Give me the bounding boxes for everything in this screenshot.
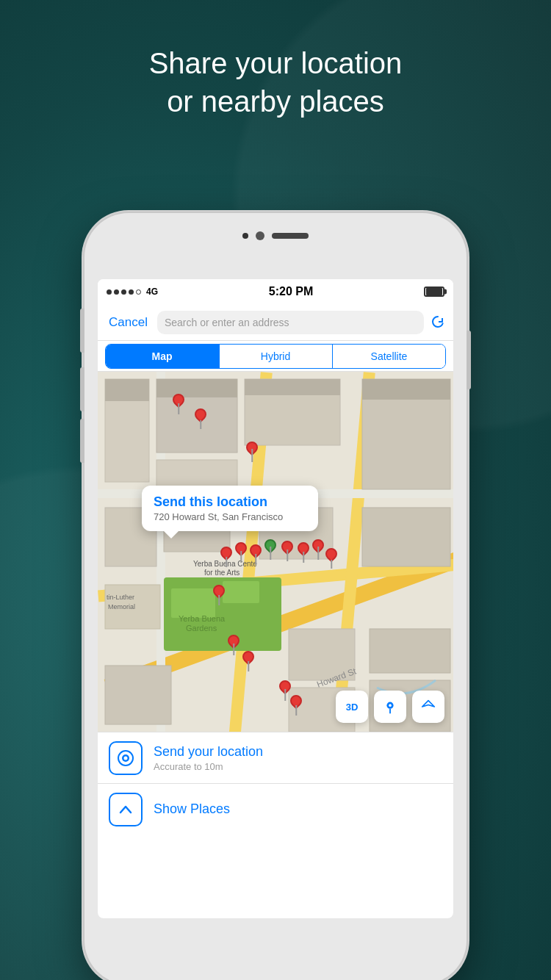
svg-text:Memorial: Memorial — [108, 603, 135, 610]
map-pin — [245, 442, 259, 462]
map-pin — [219, 547, 234, 567]
svg-rect-30 — [370, 629, 450, 673]
svg-point-40 — [124, 756, 128, 760]
map-pin-green — [263, 539, 278, 560]
battery-icon — [424, 287, 444, 297]
pin-stem — [248, 661, 249, 671]
pin-stem — [295, 705, 297, 716]
camera — [256, 231, 264, 240]
pin-stem — [226, 557, 227, 567]
pin-stem — [303, 552, 304, 563]
svg-rect-14 — [245, 379, 340, 395]
pin-stem — [200, 420, 201, 429]
pin-stem — [255, 554, 256, 565]
send-location-subtitle: Accurate to 10m — [154, 761, 263, 772]
reload-button[interactable] — [430, 314, 446, 331]
popup-title: Send this location — [154, 494, 306, 510]
pin-stem — [284, 689, 286, 701]
map-3d-button[interactable]: 3D — [336, 691, 368, 723]
svg-rect-13 — [156, 379, 237, 397]
map-pin — [311, 539, 325, 560]
show-places-item[interactable]: Show Places — [98, 783, 453, 835]
map-pin — [241, 651, 256, 671]
send-location-content: Send your location Accurate to 10m — [154, 744, 263, 772]
map-controls: 3D — [336, 691, 444, 723]
location-popup[interactable]: Send this location 720 Howard St, San Fr… — [142, 486, 318, 531]
location-dot-icon — [116, 749, 135, 768]
list-area: Send your location Accurate to 10m Show … — [98, 732, 453, 835]
svg-text:Yerba Buena: Yerba Buena — [179, 614, 226, 623]
signal-dot-2 — [114, 289, 119, 295]
search-bar[interactable]: Search or enter an address — [157, 311, 424, 334]
header-line1: Share your location — [149, 47, 403, 79]
chevron-up-icon — [118, 801, 134, 818]
iphone-notch — [242, 231, 309, 240]
svg-text:for the Arts: for the Arts — [204, 569, 240, 577]
map-pin — [280, 541, 295, 561]
cancel-button[interactable]: Cancel — [105, 311, 151, 334]
iphone-frame: 4G 5:20 PM Cancel Search or enter an add… — [84, 213, 467, 980]
send-location-title: Send your location — [154, 744, 263, 760]
iphone-screen: 4G 5:20 PM Cancel Search or enter an add… — [98, 279, 453, 918]
map-pin — [234, 542, 248, 563]
map-type-hybrid[interactable]: Hybrid — [220, 345, 332, 368]
pin-button-icon — [382, 699, 398, 715]
popup-arrow — [164, 531, 179, 538]
map-area[interactable]: Yerba Buena Gardens tin-Luther Memorial … — [98, 372, 453, 732]
svg-rect-12 — [105, 379, 149, 401]
header-line2: or nearby places — [167, 85, 384, 118]
map-type-container: Map Hybrid Satellite — [105, 344, 446, 369]
svg-rect-19 — [362, 508, 450, 566]
signal-dot-4 — [129, 289, 134, 295]
send-location-item[interactable]: Send your location Accurate to 10m — [98, 732, 453, 783]
front-camera — [242, 233, 248, 239]
pin-stem — [251, 449, 253, 462]
network-label: 4G — [146, 287, 158, 297]
speaker — [272, 233, 309, 239]
svg-point-37 — [389, 704, 392, 707]
pin-stem — [270, 547, 271, 560]
map-pin — [296, 542, 311, 563]
svg-text:tin-Luther: tin-Luther — [107, 594, 134, 601]
svg-rect-21 — [171, 588, 215, 618]
location-button-icon — [421, 699, 436, 714]
status-time: 5:20 PM — [269, 285, 313, 298]
show-places-title: Show Places — [154, 801, 230, 817]
pin-stem — [317, 547, 319, 560]
status-bar: 4G 5:20 PM — [98, 279, 453, 304]
map-type-map[interactable]: Map — [106, 345, 218, 368]
map-pin — [171, 394, 186, 414]
status-signal: 4G — [107, 287, 158, 297]
show-places-content: Show Places — [154, 801, 230, 817]
send-location-icon-box — [109, 741, 143, 775]
map-canvas: Yerba Buena Gardens tin-Luther Memorial … — [98, 372, 453, 732]
reload-icon — [430, 314, 446, 331]
map-pin — [226, 635, 241, 655]
pin-stem — [331, 560, 332, 569]
svg-rect-22 — [223, 581, 259, 603]
popup-address: 720 Howard St, San Francisco — [154, 511, 306, 522]
map-pin-button[interactable] — [374, 691, 406, 723]
map-location-button[interactable] — [412, 691, 444, 723]
battery-fill — [426, 288, 442, 295]
search-placeholder: Search or enter an address — [165, 317, 289, 328]
pin-stem — [178, 403, 179, 414]
map-pin — [212, 585, 226, 605]
show-places-icon-box — [109, 793, 143, 826]
svg-text:Gardens: Gardens — [186, 624, 217, 633]
svg-rect-28 — [105, 666, 171, 724]
header-text: Share your location or nearby places — [0, 44, 551, 120]
signal-dot-3 — [121, 289, 126, 295]
svg-rect-15 — [362, 379, 450, 400]
signal-dot-5 — [136, 289, 141, 295]
toolbar: Cancel Search or enter an address — [98, 304, 453, 341]
signal-dot-1 — [107, 289, 112, 295]
map-pin — [248, 544, 263, 565]
map-type-selector: Map Hybrid Satellite — [98, 341, 453, 372]
status-battery — [424, 287, 444, 297]
map-pin — [289, 695, 303, 716]
map-pin — [193, 408, 208, 429]
map-pin — [324, 548, 339, 569]
map-type-satellite[interactable]: Satellite — [333, 345, 445, 368]
pin-stem — [287, 550, 288, 561]
